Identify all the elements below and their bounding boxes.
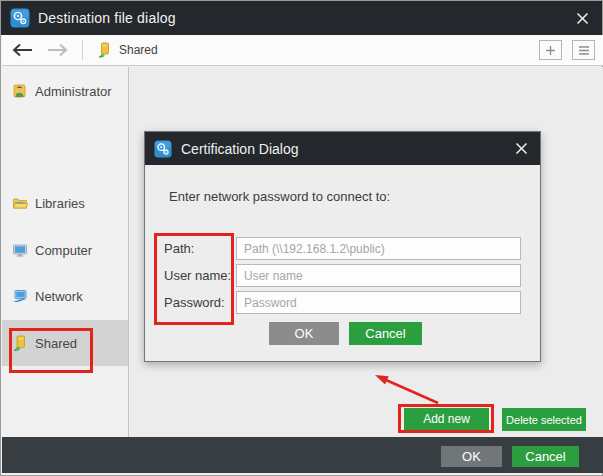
- sidebar-item-label: Libraries: [35, 196, 85, 211]
- forward-button[interactable]: [44, 39, 70, 61]
- dialog-titlebar: Certification Dialog: [145, 132, 540, 165]
- list-view-button[interactable]: [572, 40, 595, 60]
- add-new-button[interactable]: Add new: [404, 408, 489, 430]
- network-icon: [12, 288, 28, 304]
- path-input[interactable]: [236, 237, 521, 260]
- sidebar-item-libraries[interactable]: Libraries: [2, 180, 128, 226]
- shared-folder-icon: [97, 42, 112, 58]
- ok-button[interactable]: OK: [441, 446, 502, 467]
- navigation-toolbar: Shared: [2, 35, 603, 66]
- dialog-ok-button[interactable]: OK: [269, 322, 339, 345]
- password-field-row: Password:: [145, 291, 540, 314]
- window-titlebar: Destination file dialog: [1, 1, 602, 35]
- window-title: Destination file dialog: [38, 10, 176, 26]
- delete-selected-button[interactable]: Delete selected: [502, 408, 586, 431]
- dialog-close-button[interactable]: [510, 139, 532, 158]
- sidebar-item-shared[interactable]: Shared: [2, 320, 128, 366]
- sidebar-item-label: Administrator: [35, 84, 112, 99]
- path-field-row: Path:: [145, 237, 540, 260]
- cancel-button[interactable]: Cancel: [512, 446, 579, 467]
- dialog-title: Certification Dialog: [181, 141, 299, 157]
- close-icon: [515, 142, 528, 155]
- username-field-row: User name:: [145, 264, 540, 287]
- sidebar-item-administrator[interactable]: Administrator: [2, 68, 128, 114]
- places-sidebar: Administrator Libraries Computer: [2, 67, 129, 437]
- footer-bar: OK Cancel: [2, 437, 603, 473]
- password-input[interactable]: [236, 291, 521, 314]
- sidebar-item-label: Network: [35, 289, 83, 304]
- username-label: User name:: [164, 268, 231, 283]
- libraries-folder-icon: [12, 195, 28, 211]
- administrator-user-icon: [12, 83, 28, 99]
- app-gears-icon: [154, 140, 172, 158]
- shared-folder-icon: [12, 335, 28, 351]
- computer-monitor-icon: [12, 242, 28, 258]
- sidebar-item-computer[interactable]: Computer: [2, 227, 128, 273]
- password-label: Password:: [164, 295, 225, 310]
- certification-dialog: Certification Dialog Enter network passw…: [144, 131, 541, 362]
- dialog-cancel-button[interactable]: Cancel: [349, 322, 422, 345]
- destination-file-dialog-window: Destination file dialog: [0, 0, 603, 476]
- sidebar-item-label: Shared: [35, 336, 77, 351]
- close-icon: [576, 12, 589, 25]
- dialog-message: Enter network password to connect to:: [169, 189, 390, 204]
- app-gears-icon: [10, 8, 30, 28]
- breadcrumb: Shared: [119, 43, 158, 57]
- back-arrow-icon: [12, 43, 34, 57]
- list-icon: [578, 45, 590, 56]
- forward-arrow-icon: [46, 43, 68, 57]
- username-input[interactable]: [236, 264, 521, 287]
- add-path-button[interactable]: [539, 40, 562, 60]
- plus-icon: [545, 45, 556, 56]
- path-label: Path:: [164, 241, 194, 256]
- toolbar-separator: [82, 40, 83, 60]
- back-button[interactable]: [10, 39, 36, 61]
- window-close-button[interactable]: [570, 8, 594, 28]
- sidebar-item-network[interactable]: Network: [2, 273, 128, 319]
- sidebar-item-label: Computer: [35, 243, 92, 258]
